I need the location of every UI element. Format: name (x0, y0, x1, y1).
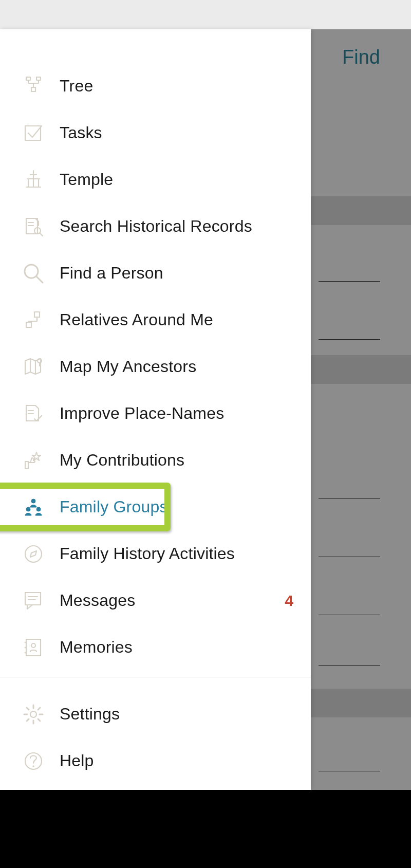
menu-item-label: My Contributions (60, 451, 184, 470)
compass-icon (22, 542, 45, 566)
menu-item-label: Family History Activities (60, 544, 235, 563)
viewport: Find TreeTasksTempleSearch Historical Re… (0, 0, 411, 868)
status-bar (0, 0, 411, 29)
menu-item-improve-places[interactable]: Improve Place-Names (0, 390, 311, 437)
menu-item-tasks[interactable]: Tasks (0, 109, 311, 156)
checkbox-icon (22, 121, 45, 145)
menu-item-label: Messages (60, 591, 135, 610)
menu-item-memories[interactable]: Memories (0, 624, 311, 671)
group-icon (22, 495, 45, 519)
menu-item-tree[interactable]: Tree (0, 63, 311, 109)
menu-item-label: Settings (60, 705, 120, 724)
chat-icon (22, 589, 45, 613)
menu-item-temple[interactable]: Temple (0, 156, 311, 203)
badge-count: 4 (285, 592, 293, 610)
menu-item-label: Tasks (60, 123, 102, 142)
menu-item-activities[interactable]: Family History Activities (0, 530, 311, 577)
modal-overlay[interactable] (311, 29, 411, 790)
menu-item-family-groups[interactable]: Family Groups (0, 484, 311, 530)
menu-item-label: Search Historical Records (60, 217, 252, 236)
menu-item-label: Help (60, 751, 94, 770)
doc-check-icon (22, 402, 45, 426)
menu-item-label: Temple (60, 170, 113, 189)
menu-item-label: Relatives Around Me (60, 310, 213, 329)
menu-item-label: Family Groups (60, 497, 168, 516)
bottom-bar (0, 790, 411, 868)
album-icon (22, 636, 45, 659)
map-pin-icon (22, 355, 45, 379)
menu-divider (0, 677, 311, 677)
menu-item-find-person[interactable]: Find a Person (0, 250, 311, 297)
menu-list: TreeTasksTempleSearch Historical Records… (0, 29, 311, 784)
menu-item-map-ancestors[interactable]: Map My Ancestors (0, 343, 311, 390)
thumbs-star-icon (22, 449, 45, 472)
tree-icon (22, 75, 45, 98)
menu-item-settings[interactable]: Settings (0, 691, 311, 737)
menu-item-contributions[interactable]: My Contributions (0, 437, 311, 484)
temple-icon (22, 168, 45, 192)
search-icon (22, 262, 45, 285)
menu-item-label: Map My Ancestors (60, 357, 196, 376)
menu-item-relatives[interactable]: Relatives Around Me (0, 297, 311, 343)
menu-item-label: Tree (60, 77, 93, 96)
doc-search-icon (22, 215, 45, 238)
menu-item-help[interactable]: Help (0, 737, 311, 784)
gear-icon (22, 703, 45, 726)
help-icon (22, 749, 45, 773)
navigation-drawer: TreeTasksTempleSearch Historical Records… (0, 29, 311, 790)
menu-item-label: Improve Place-Names (60, 404, 224, 423)
menu-item-label: Memories (60, 638, 133, 657)
menu-item-messages[interactable]: Messages4 (0, 577, 311, 624)
menu-item-label: Find a Person (60, 264, 163, 283)
relatives-icon (22, 308, 45, 332)
menu-item-search-records[interactable]: Search Historical Records (0, 203, 311, 250)
